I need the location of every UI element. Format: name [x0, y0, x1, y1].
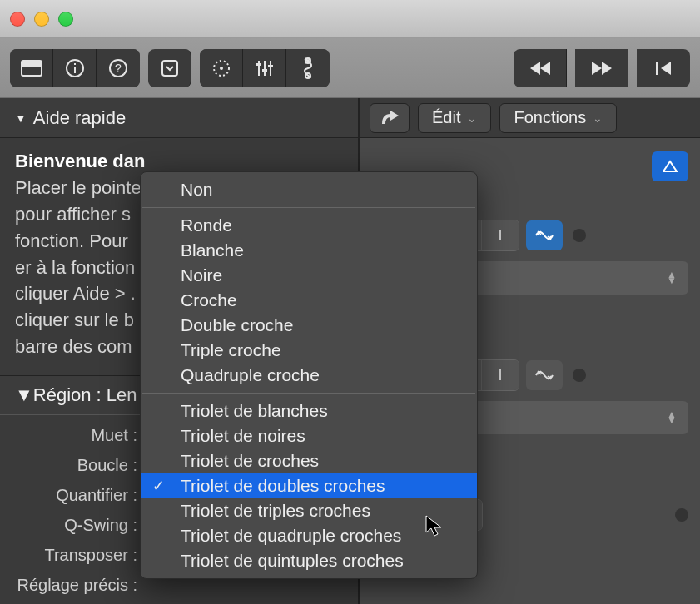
param-label: Q-Swing : — [0, 516, 146, 535]
updown-stepper-icon: ▲▼ — [667, 412, 677, 423]
quantize-menu: Non Ronde Blanche Noire Croche Double cr… — [140, 171, 478, 579]
smart-controls-button[interactable] — [200, 49, 243, 87]
param-label: Muet : — [0, 426, 146, 445]
quickhelp-bold-line: Bienvenue dan — [15, 151, 145, 171]
library-button[interactable] — [10, 49, 53, 87]
zoom-window-button[interactable] — [58, 12, 73, 27]
functions-menu[interactable]: Fonctions⌄ — [499, 103, 617, 133]
menu-separator — [142, 393, 475, 394]
track-color-dot — [675, 508, 688, 522]
param-label: Réglage précis : — [0, 576, 146, 595]
main-toolbar: ? — [0, 38, 700, 98]
toolbar-menu-button[interactable] — [148, 49, 191, 87]
svg-rect-1 — [22, 61, 42, 67]
chevron-down-icon: ⌄ — [467, 111, 477, 125]
catch-playhead-button[interactable] — [370, 103, 410, 133]
transport-controls — [514, 49, 690, 87]
menu-separator — [142, 207, 475, 208]
editor-menubar: Édit⌄ Fonctions⌄ — [360, 98, 700, 138]
param-label: Boucle : — [0, 456, 146, 475]
menu-item-triolet-triples-croches[interactable]: Triolet de triples croches — [141, 498, 477, 523]
svg-text:?: ? — [115, 62, 122, 75]
svg-rect-4 — [74, 63, 76, 65]
chevron-down-icon: ⌄ — [593, 111, 603, 125]
menu-item-noire[interactable]: Noire — [141, 263, 477, 288]
svg-rect-15 — [268, 65, 273, 67]
updown-stepper-icon: ▲▼ — [667, 272, 677, 284]
window-titlebar — [0, 0, 700, 38]
svg-rect-3 — [74, 67, 76, 73]
track-color-dot — [573, 229, 586, 242]
menu-item-triolet-noires[interactable]: Triolet de noires — [141, 423, 477, 448]
menu-item-triple-croche[interactable]: Triple croche — [141, 338, 477, 363]
functions-menu-label: Fonctions — [514, 108, 586, 127]
param-label: Transposer : — [0, 546, 146, 565]
menu-item-quadruple-croche[interactable]: Quadruple croche — [141, 363, 477, 388]
mixer-button[interactable] — [243, 49, 286, 87]
menu-item-blanche[interactable]: Blanche — [141, 238, 477, 263]
view-toggle-button[interactable] — [652, 151, 688, 181]
rewind-button[interactable] — [514, 49, 567, 87]
traffic-lights — [10, 12, 73, 27]
svg-rect-14 — [262, 69, 267, 72]
flex-button[interactable] — [526, 360, 563, 390]
menu-item-triolet-quadruple-croches[interactable]: Triolet de quadruple croches — [141, 523, 477, 548]
menu-item-croche[interactable]: Croche — [141, 288, 477, 313]
menu-item-off[interactable]: Non — [141, 177, 477, 202]
quickhelp-text: Placer le pointe pour afficher s fonctio… — [15, 177, 141, 357]
view-buttons-group: ? — [10, 49, 140, 87]
menu-item-triolet-quintuples-croches[interactable]: Triolet de quintuples croches — [141, 548, 477, 573]
param-label: Quantifier : — [0, 486, 146, 505]
flex-button[interactable] — [526, 220, 563, 250]
svg-rect-7 — [162, 61, 177, 76]
svg-rect-13 — [256, 63, 261, 66]
input-monitor-button[interactable]: I — [482, 220, 519, 250]
region-title: Région : Len — [33, 384, 137, 406]
editors-button[interactable] — [286, 49, 330, 87]
edit-menu-label: Édit — [432, 108, 460, 127]
inspector-button[interactable] — [53, 49, 97, 87]
svg-rect-19 — [663, 171, 678, 172]
input-monitor-button[interactable]: I — [482, 360, 519, 390]
go-to-start-button[interactable] — [637, 49, 690, 87]
menu-item-double-croche[interactable]: Double croche — [141, 313, 477, 338]
menu-item-triolet-doubles-croches[interactable]: ✓Triolet de doubles croches — [141, 473, 477, 498]
close-window-button[interactable] — [10, 12, 25, 27]
quickhelp-button[interactable]: ? — [97, 49, 140, 87]
svg-rect-18 — [656, 62, 658, 75]
quickhelp-header[interactable]: ▼ Aide rapide — [0, 98, 358, 138]
disclosure-triangle-icon: ▼ — [15, 384, 33, 406]
checkmark-icon: ✓ — [152, 477, 165, 495]
disclosure-triangle-icon: ▼ — [15, 111, 27, 125]
minimize-window-button[interactable] — [34, 12, 49, 27]
track-color-dot — [573, 369, 586, 382]
menu-item-ronde[interactable]: Ronde — [141, 213, 477, 238]
menu-item-triolet-croches[interactable]: Triolet de croches — [141, 448, 477, 473]
edit-menu[interactable]: Édit⌄ — [418, 103, 491, 133]
quickhelp-title: Aide rapide — [33, 107, 126, 129]
tool-buttons-group — [200, 49, 330, 87]
menu-item-triolet-blanches[interactable]: Triolet de blanches — [141, 399, 477, 423]
forward-button[interactable] — [575, 49, 628, 87]
svg-point-9 — [220, 67, 223, 70]
